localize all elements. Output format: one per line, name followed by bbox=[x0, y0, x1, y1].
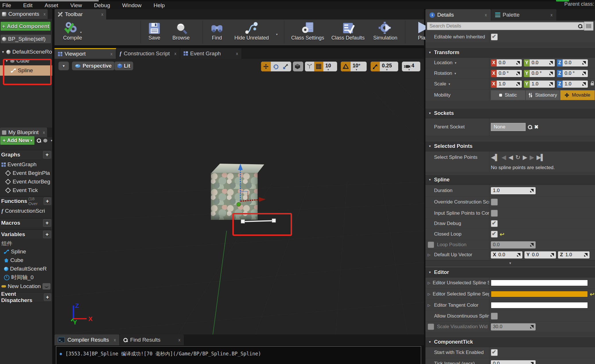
viewport-options-button[interactable]: ▾ bbox=[58, 61, 69, 71]
tangent-color-swatch[interactable] bbox=[491, 302, 588, 308]
close-icon[interactable]: x bbox=[41, 130, 45, 135]
scale-snap-toggle[interactable] bbox=[371, 62, 380, 71]
up-vector-z-field[interactable]: Z1.0 bbox=[558, 251, 590, 259]
menu-help[interactable]: Help bbox=[147, 2, 171, 9]
tab-toolbar[interactable]: Toolbar x bbox=[55, 9, 106, 19]
graph-item-eventgraph[interactable]: EventGraph bbox=[0, 160, 52, 169]
variable-visibility-button[interactable] bbox=[42, 283, 50, 289]
expand-arrow-icon[interactable]: ▼ bbox=[1, 50, 5, 54]
expand-arrow-icon[interactable]: ▼ bbox=[5, 59, 9, 62]
details-view-options-button[interactable] bbox=[584, 21, 594, 31]
close-icon[interactable]: x bbox=[112, 338, 116, 342]
function-item-constructionscript[interactable]: f ConstructionScri bbox=[0, 207, 52, 215]
tab-construction-script[interactable]: f Construction Script x bbox=[116, 48, 180, 59]
mobility-stationary-button[interactable]: Stationary bbox=[526, 90, 560, 100]
search-icon[interactable] bbox=[36, 138, 41, 143]
variable-category[interactable]: 组件 bbox=[0, 240, 52, 247]
chevron-down-icon[interactable]: ▾ bbox=[51, 139, 52, 142]
save-button[interactable]: Save bbox=[144, 19, 165, 41]
duration-field[interactable]: 1.0 bbox=[491, 187, 536, 194]
add-new-button[interactable]: + Add New ▾ bbox=[0, 136, 35, 145]
scale-tool-button[interactable] bbox=[281, 62, 290, 71]
tab-compiler-results[interactable]: >_ Compiler Results x bbox=[55, 334, 120, 345]
editor-section-header[interactable]: ▼ Editor bbox=[425, 267, 595, 277]
reset-to-default-icon[interactable]: ↩ bbox=[590, 291, 594, 298]
override-construction-script-checkbox[interactable] bbox=[491, 199, 498, 206]
add-component-button[interactable]: + Add Component ▾ bbox=[0, 21, 51, 31]
selected-points-section-header[interactable]: ▼ Selected Points bbox=[425, 141, 595, 151]
rotation-snap-toggle[interactable] bbox=[341, 62, 351, 71]
add-graph-button[interactable]: + bbox=[43, 151, 51, 158]
scale-y-field[interactable]: 1.0 bbox=[530, 81, 555, 88]
closed-loop-checkbox[interactable] bbox=[491, 231, 498, 238]
graphs-section-header[interactable]: Graphs + bbox=[0, 150, 52, 159]
chevron-down-icon[interactable]: ▾ bbox=[454, 72, 456, 75]
next-icon[interactable]: ▶ bbox=[523, 154, 527, 161]
search-details-input[interactable] bbox=[427, 22, 586, 30]
section-expander-bar[interactable]: ▼ bbox=[425, 260, 595, 266]
lock-icon[interactable] bbox=[591, 83, 594, 85]
variables-section-header[interactable]: Variables + bbox=[0, 230, 52, 239]
menu-file[interactable]: File bbox=[0, 2, 17, 9]
up-vector-y-field[interactable]: Y0.0 bbox=[524, 251, 556, 259]
sockets-section-header[interactable]: ▼ Sockets bbox=[425, 108, 595, 118]
up-vector-x-field[interactable]: X0.0 bbox=[491, 251, 522, 259]
camera-speed-dropdown[interactable]: 4 ▾ bbox=[402, 62, 416, 71]
chevron-down-icon[interactable]: ▾ bbox=[455, 61, 456, 65]
rotation-x-field[interactable]: 0.0 ° bbox=[497, 70, 522, 77]
scale-snap-value-dropdown[interactable]: 0.25 ▾ bbox=[380, 62, 394, 71]
add-variable-button[interactable]: + bbox=[43, 231, 51, 238]
menu-asset[interactable]: Asset bbox=[38, 2, 64, 9]
coordinate-space-button[interactable] bbox=[293, 61, 304, 72]
location-z-field[interactable]: 0.0 bbox=[563, 59, 588, 66]
hide-unrelated-options[interactable]: ▾ bbox=[276, 31, 278, 37]
tab-components[interactable]: Components x bbox=[0, 9, 48, 19]
first-point-icon[interactable]: ◀▌ bbox=[491, 154, 499, 161]
spline-section-header[interactable]: ▼ Spline bbox=[425, 175, 595, 185]
graph-item-tick[interactable]: Event Tick bbox=[0, 186, 52, 195]
component-tick-section-header[interactable]: ▼ ComponentTick bbox=[425, 337, 595, 347]
input-spline-points-checkbox[interactable] bbox=[491, 210, 498, 217]
start-with-tick-checkbox[interactable] bbox=[491, 349, 498, 356]
close-icon[interactable]: x bbox=[234, 51, 238, 56]
prev-point-icon[interactable]: ◀ bbox=[501, 154, 505, 161]
expander-icon[interactable]: ▷ bbox=[428, 281, 430, 285]
class-settings-button[interactable]: Class Settings bbox=[290, 19, 326, 41]
grid-snap-value-dropdown[interactable]: 10 ▾ bbox=[323, 62, 333, 71]
perspective-button[interactable]: Perspective bbox=[72, 61, 115, 71]
tree-item-self[interactable]: BP_Spline(self) bbox=[0, 34, 51, 44]
close-icon[interactable]: x bbox=[99, 12, 103, 17]
parent-socket-field[interactable]: None bbox=[491, 123, 526, 131]
tree-item-defaultsceneroot[interactable]: ▼ DefaultSceneRoo bbox=[0, 48, 52, 56]
expander-icon[interactable]: ▷ bbox=[428, 292, 430, 296]
chevron-down-icon[interactable]: ▾ bbox=[449, 82, 450, 86]
rotation-z-field[interactable]: 0.0 ° bbox=[563, 70, 588, 77]
menu-view[interactable]: View bbox=[64, 2, 88, 9]
simulation-button[interactable]: Simulation bbox=[370, 19, 401, 41]
mobility-static-button[interactable]: Static bbox=[491, 90, 526, 100]
draw-debug-checkbox[interactable] bbox=[491, 220, 498, 227]
functions-section-header[interactable]: Functions (18 Over + bbox=[0, 196, 52, 206]
add-function-button[interactable]: + bbox=[44, 197, 51, 205]
location-x-field[interactable]: 0.0 bbox=[497, 59, 522, 66]
close-icon[interactable]: x bbox=[172, 51, 176, 56]
loop-select-icon[interactable]: ↻ bbox=[515, 154, 520, 161]
transform-section-header[interactable]: ▼ Transform bbox=[425, 47, 595, 58]
variable-item-newlocation[interactable]: New Location bbox=[0, 282, 52, 291]
compile-button[interactable]: ▾ Compile bbox=[57, 19, 88, 41]
expander-icon[interactable]: ▷ bbox=[428, 253, 432, 257]
3d-viewport[interactable]: ▾ Perspective Lit 10 ▾ bbox=[55, 59, 424, 334]
unselected-color-swatch[interactable] bbox=[491, 280, 588, 286]
chevron-down-icon[interactable]: ▾ bbox=[80, 30, 82, 34]
socket-search-icon[interactable] bbox=[528, 125, 532, 129]
rotate-tool-button[interactable] bbox=[271, 62, 281, 71]
expander-icon[interactable]: ▷ bbox=[428, 303, 432, 307]
compiler-results-log[interactable]: [3553.34]BP_Spline 编译成功![70 毫秒内](/Game/B… bbox=[56, 346, 421, 364]
editable-when-inherited-checkbox[interactable] bbox=[491, 34, 498, 40]
next-point-icon[interactable]: ▶ bbox=[530, 154, 534, 161]
grid-snap-toggle[interactable] bbox=[314, 62, 323, 71]
class-defaults-button[interactable]: Class Defaults bbox=[329, 19, 367, 41]
close-icon[interactable]: x bbox=[548, 13, 553, 17]
prev-icon[interactable]: ◀ bbox=[508, 154, 512, 161]
surface-snap-button[interactable] bbox=[305, 62, 314, 71]
